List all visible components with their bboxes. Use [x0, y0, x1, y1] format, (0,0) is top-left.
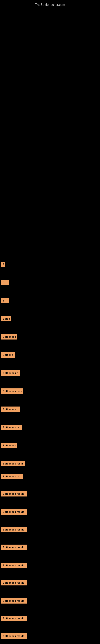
- result-20: Bottleneck result: [1, 598, 27, 604]
- result-19: Bottleneck result: [1, 580, 27, 586]
- site-title-text: TheBottlenecker.com: [35, 3, 65, 6]
- result-15: Bottleneck result: [1, 509, 27, 514]
- result-1: B: [1, 262, 5, 267]
- result-4: Bottle: [1, 316, 11, 322]
- result-22: Bottleneck result: [1, 633, 27, 639]
- site-title: TheBottlenecker.com: [0, 1, 100, 9]
- result-8: Bottleneck resu: [1, 388, 23, 394]
- result-12: Bottleneck resul: [1, 461, 25, 466]
- result-2: [: [1, 280, 9, 285]
- result-16: Bottleneck result: [1, 527, 27, 532]
- result-5: Bottleneck: [1, 334, 17, 340]
- result-21: Bottleneck result: [1, 616, 27, 621]
- result-10: Bottleneck re: [1, 425, 22, 430]
- result-9: Bottleneck r: [1, 406, 20, 412]
- result-6: Bottlene: [1, 352, 15, 358]
- result-18: Bottleneck result: [1, 563, 27, 568]
- result-3: B: [1, 298, 9, 303]
- result-7: Bottleneck r: [1, 370, 20, 376]
- result-14: Bottleneck result: [1, 491, 27, 496]
- result-17: Bottleneck result: [1, 544, 27, 550]
- result-11: Bottleneck: [1, 443, 17, 448]
- result-13: Bottleneck re: [1, 474, 23, 479]
